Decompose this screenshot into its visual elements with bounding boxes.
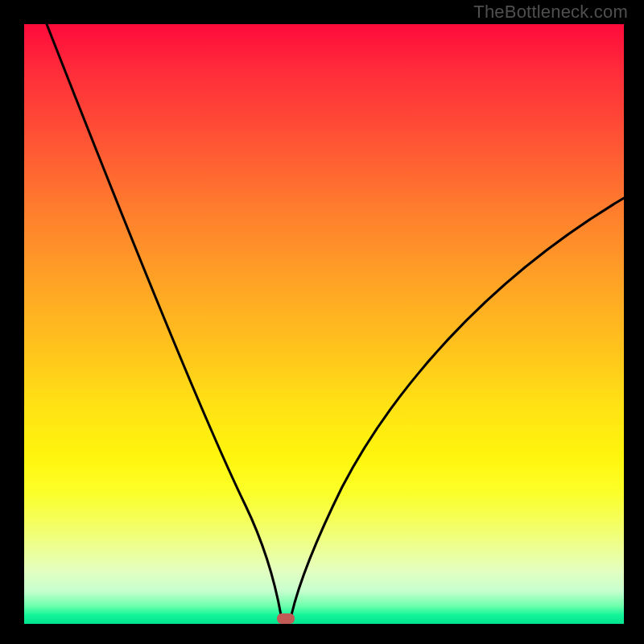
watermark-text: TheBottleneck.com [473,2,628,23]
bottleneck-curve [24,24,624,624]
curve-path [47,24,624,620]
plot-area [24,24,624,624]
min-point-marker [277,613,295,624]
